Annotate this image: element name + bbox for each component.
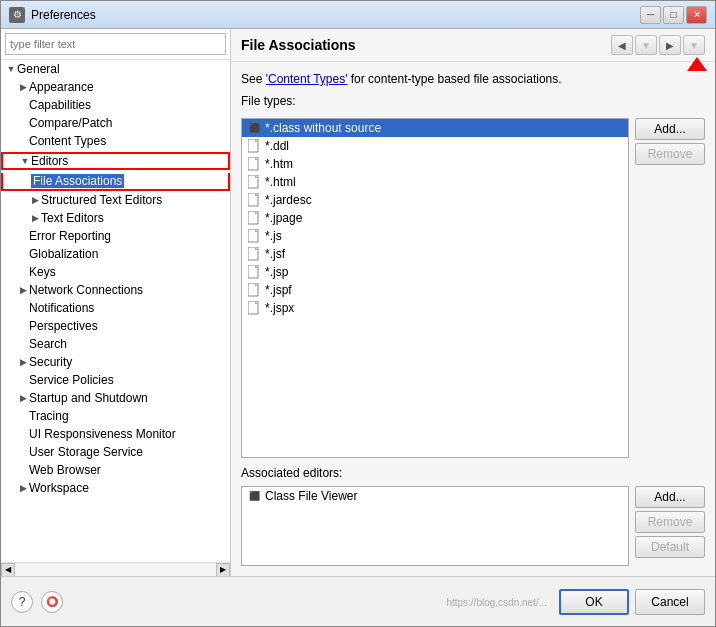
- content-types-description: See 'Content Types' for content-type bas…: [241, 72, 705, 86]
- tree-label-editors: Editors: [31, 154, 68, 168]
- list-item[interactable]: *.htm: [242, 155, 628, 173]
- tree-label-web-browser: Web Browser: [29, 463, 101, 477]
- left-panel: ▼ General ▶ Appearance Capab: [1, 29, 231, 576]
- tree-item-user-storage[interactable]: User Storage Service: [1, 443, 230, 461]
- tree-label-service-policies: Service Policies: [29, 373, 114, 387]
- list-item[interactable]: *.html: [242, 173, 628, 191]
- tree-item-service-policies[interactable]: Service Policies: [1, 371, 230, 389]
- tree-item-web-browser[interactable]: Web Browser: [1, 461, 230, 479]
- list-item[interactable]: *.jspx: [242, 299, 628, 317]
- expand-arrow-workspace[interactable]: ▶: [17, 483, 29, 493]
- expand-arrow-general[interactable]: ▼: [5, 64, 17, 74]
- tree-label-capabilities: Capabilities: [29, 98, 91, 112]
- expand-arrow-startup-shutdown[interactable]: ▶: [17, 393, 29, 403]
- filter-wrap: [1, 29, 230, 60]
- list-item[interactable]: *.js: [242, 227, 628, 245]
- tree-item-startup-shutdown[interactable]: ▶ Startup and Shutdown: [1, 389, 230, 407]
- list-item[interactable]: *.jardesc: [242, 191, 628, 209]
- expand-arrow-appearance[interactable]: ▶: [17, 82, 29, 92]
- expand-arrow-security[interactable]: ▶: [17, 357, 29, 367]
- tree-item-security[interactable]: ▶ Security: [1, 353, 230, 371]
- window-title: Preferences: [31, 8, 640, 22]
- tree-item-tracing[interactable]: Tracing: [1, 407, 230, 425]
- list-item[interactable]: ⬛ Class File Viewer: [242, 487, 628, 505]
- list-item[interactable]: ⬛ *.class without source: [242, 119, 628, 137]
- assoc-default-button[interactable]: Default: [635, 536, 705, 558]
- assoc-editors-buttons: Add... Remove Default: [635, 486, 705, 566]
- scroll-right-button[interactable]: ▶: [216, 563, 230, 577]
- tree-item-editors[interactable]: ▼ Editors: [1, 150, 230, 170]
- file-type-label: *.jsf: [265, 247, 285, 261]
- assoc-remove-button[interactable]: Remove: [635, 511, 705, 533]
- list-item[interactable]: *.jsf: [242, 245, 628, 263]
- tree-item-content-types[interactable]: Content Types: [1, 132, 230, 150]
- tree-item-file-associations[interactable]: File Associations: [1, 170, 230, 191]
- right-body: See 'Content Types' for content-type bas…: [231, 62, 715, 576]
- tree-item-general[interactable]: ▼ General: [1, 60, 230, 78]
- file-type-icon-html: [246, 175, 262, 189]
- tree-item-error-reporting[interactable]: Error Reporting: [1, 227, 230, 245]
- tree-item-text-editors[interactable]: ▶ Text Editors: [1, 209, 230, 227]
- file-type-label: *.htm: [265, 157, 293, 171]
- tree-item-network-connections[interactable]: ▶ Network Connections: [1, 281, 230, 299]
- tree-label-workspace: Workspace: [29, 481, 89, 495]
- nav-back-button[interactable]: ◀: [611, 35, 633, 55]
- expand-arrow-editors[interactable]: ▼: [19, 156, 31, 166]
- left-panel-scrollbar[interactable]: ◀ ▶: [1, 562, 230, 576]
- assoc-editor-label: Class File Viewer: [265, 489, 357, 503]
- list-item[interactable]: *.ddl: [242, 137, 628, 155]
- tree-item-search[interactable]: Search: [1, 335, 230, 353]
- expand-arrow-structured-text-editors[interactable]: ▶: [29, 195, 41, 205]
- help-button[interactable]: ?: [11, 591, 33, 613]
- file-type-label: *.jsp: [265, 265, 288, 279]
- assoc-editors-content: ⬛ Class File Viewer Add... Remove Defaul…: [241, 486, 705, 566]
- tree-item-ui-responsiveness[interactable]: UI Responsiveness Monitor: [1, 425, 230, 443]
- nav-forward-button[interactable]: ▶: [659, 35, 681, 55]
- tree-item-notifications[interactable]: Notifications: [1, 299, 230, 317]
- scroll-track-horizontal[interactable]: [15, 563, 216, 577]
- description-text-1: See: [241, 72, 266, 86]
- assoc-add-button[interactable]: Add...: [635, 486, 705, 508]
- minimize-button[interactable]: ─: [640, 6, 661, 24]
- right-panel: File Associations ◀ ▼ ▶ ▼ See 'Content T…: [231, 29, 715, 576]
- tree-item-appearance[interactable]: ▶ Appearance: [1, 78, 230, 96]
- expand-arrow-text-editors[interactable]: ▶: [29, 213, 41, 223]
- file-type-icon-jsp: [246, 265, 262, 279]
- close-button[interactable]: ✕: [686, 6, 707, 24]
- maximize-button[interactable]: □: [663, 6, 684, 24]
- scroll-left-button[interactable]: ◀: [1, 563, 15, 577]
- cancel-button[interactable]: Cancel: [635, 589, 705, 615]
- file-type-label: *.jspf: [265, 283, 292, 297]
- tree-label-structured-text-editors: Structured Text Editors: [41, 193, 162, 207]
- bottom-left-icons: ? ⭕: [11, 591, 63, 613]
- nav-dropdown-button[interactable]: ▼: [635, 35, 657, 55]
- expand-arrow-network-connections[interactable]: ▶: [17, 285, 29, 295]
- tree-item-keys[interactable]: Keys: [1, 263, 230, 281]
- tree-item-compare-patch[interactable]: Compare/Patch: [1, 114, 230, 132]
- file-types-remove-button[interactable]: Remove: [635, 143, 705, 165]
- tree-item-workspace[interactable]: ▶ Workspace: [1, 479, 230, 497]
- file-types-add-button[interactable]: Add...: [635, 118, 705, 140]
- file-types-label: File types:: [241, 94, 705, 108]
- tree-item-structured-text-editors[interactable]: ▶ Structured Text Editors: [1, 191, 230, 209]
- file-type-icon-jsf: [246, 247, 262, 261]
- tree-item-globalization[interactable]: Globalization: [1, 245, 230, 263]
- list-item[interactable]: *.jpage: [242, 209, 628, 227]
- ok-button[interactable]: OK: [559, 589, 629, 615]
- filter-input[interactable]: [5, 33, 226, 55]
- tree-item-capabilities[interactable]: Capabilities: [1, 96, 230, 114]
- tree-item-perspectives[interactable]: Perspectives: [1, 317, 230, 335]
- file-type-label: *.jpage: [265, 211, 302, 225]
- title-bar: ⚙ Preferences ─ □ ✕: [1, 1, 715, 29]
- file-types-list[interactable]: ⬛ *.class without source *.ddl: [241, 118, 629, 458]
- tree-label-search: Search: [29, 337, 67, 351]
- tree-label-notifications: Notifications: [29, 301, 94, 315]
- content-types-link[interactable]: 'Content Types': [266, 72, 348, 86]
- nav-forward-dropdown-button[interactable]: ▼: [683, 35, 705, 55]
- assoc-editors-list[interactable]: ⬛ Class File Viewer: [241, 486, 629, 566]
- tree-label-perspectives: Perspectives: [29, 319, 98, 333]
- tree-label-user-storage: User Storage Service: [29, 445, 143, 459]
- list-item[interactable]: *.jsp: [242, 263, 628, 281]
- list-item[interactable]: *.jspf: [242, 281, 628, 299]
- info-button[interactable]: ⭕: [41, 591, 63, 613]
